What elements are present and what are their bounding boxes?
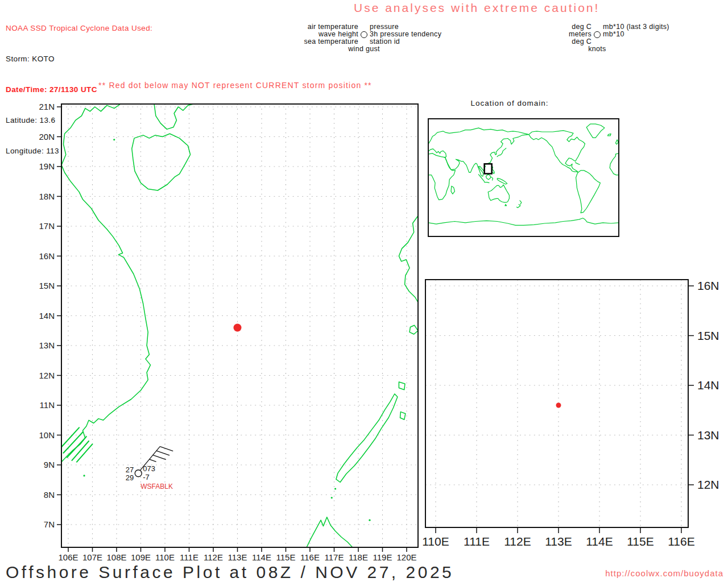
y-tick-label: 19N xyxy=(39,161,55,171)
world-coastline-path xyxy=(486,174,490,180)
y-tick-label: 16N xyxy=(697,279,719,292)
world-coastline-path xyxy=(428,153,456,200)
storm-position-dot xyxy=(234,324,242,332)
station-pressure: 073 xyxy=(143,464,155,473)
x-tick-label: 119E xyxy=(373,552,392,562)
world-coastline-path xyxy=(529,131,585,173)
x-tick-label: 106E xyxy=(58,552,78,562)
x-tick-label: 107E xyxy=(82,552,102,562)
x-tick-label: 112E xyxy=(204,552,223,562)
y-tick-label: 9N xyxy=(44,460,55,469)
islet-dot xyxy=(83,475,85,476)
islet-dot xyxy=(369,519,370,521)
world-coastline-path xyxy=(451,186,455,194)
x-tick-label: 110E xyxy=(155,552,175,562)
islet-dot xyxy=(331,497,333,498)
station-circle-icon xyxy=(135,470,142,477)
station-sea-temp: 29 xyxy=(126,473,134,482)
coastline-path xyxy=(154,103,196,130)
x-tick-label: 112E xyxy=(504,535,531,548)
world-coastline-path xyxy=(608,134,611,136)
inset-border xyxy=(428,119,619,236)
x-tick-label: 116E xyxy=(300,552,320,562)
y-tick-label: 21N xyxy=(39,102,55,111)
y-tick-label: 15N xyxy=(39,281,55,290)
x-tick-label: 114E xyxy=(252,552,271,562)
islet-dot xyxy=(334,488,336,489)
coastline-path xyxy=(399,216,418,302)
station-plot: 2729073-7WSFABLK xyxy=(126,447,173,490)
station-air-temp: 27 xyxy=(126,465,134,474)
x-tick-label: 115E xyxy=(627,535,654,548)
world-coastline-path xyxy=(485,182,489,183)
y-tick-label: 10N xyxy=(39,430,55,440)
islet-dot xyxy=(113,139,115,140)
x-tick-label: 113E xyxy=(228,552,247,562)
world-inset-map xyxy=(428,119,619,236)
y-tick-label: 12N xyxy=(697,478,719,491)
x-tick-label: 114E xyxy=(586,535,613,548)
y-tick-label: 13N xyxy=(39,340,55,350)
main-map: 106E107E108E109E110E111E112E113E114E115E… xyxy=(39,102,418,562)
world-coastline-path xyxy=(576,163,580,164)
world-coastline-path xyxy=(576,171,601,213)
x-tick-label: 118E xyxy=(349,552,368,562)
x-tick-label: 108E xyxy=(106,552,126,562)
y-tick-label: 17N xyxy=(39,221,55,231)
world-coastline-path xyxy=(586,124,605,138)
y-tick-label: 13N xyxy=(697,429,719,442)
y-tick-label: 7N xyxy=(44,519,55,529)
storm-position-dot xyxy=(556,403,561,408)
y-tick-label: 20N xyxy=(39,132,55,142)
y-tick-label: 12N xyxy=(39,371,55,380)
y-tick-label: 16N xyxy=(39,251,55,261)
y-tick-label: 14N xyxy=(39,311,55,321)
x-tick-label: 117E xyxy=(325,552,344,562)
mekong-river-stripe xyxy=(61,427,79,447)
world-coastline-path xyxy=(516,205,520,208)
x-tick-label: 120E xyxy=(396,552,416,562)
island-path xyxy=(400,412,406,420)
y-tick-label: 15N xyxy=(697,329,719,342)
y-tick-label: 8N xyxy=(44,490,55,500)
world-coastline-path xyxy=(488,185,509,202)
coastline-path xyxy=(307,517,353,548)
world-coastline-path xyxy=(610,153,619,175)
x-tick-label: 115E xyxy=(276,552,296,562)
station-tendency: -7 xyxy=(143,473,150,481)
x-tick-label: 116E xyxy=(668,535,695,548)
world-coastlines xyxy=(428,124,619,225)
station-id: WSFABLK xyxy=(140,483,173,490)
world-coastline-path xyxy=(428,218,619,226)
zoom-map: 110E111E112E113E114E115E116E12N13N14N15N… xyxy=(422,279,719,548)
world-coastline-path xyxy=(491,177,493,180)
maps-canvas: 106E107E108E109E110E111E112E113E114E115E… xyxy=(0,0,728,582)
x-tick-label: 111E xyxy=(464,535,490,548)
x-tick-label: 113E xyxy=(545,535,572,548)
world-coastline-path xyxy=(615,140,618,144)
world-coastline-path xyxy=(520,201,522,205)
island-path xyxy=(336,394,398,483)
world-coastline-path xyxy=(428,128,529,176)
world-coastline-path xyxy=(505,205,507,206)
y-tick-label: 11N xyxy=(40,400,55,410)
y-tick-label: 14N xyxy=(697,379,719,392)
y-tick-label: 18N xyxy=(39,192,55,201)
world-coastline-path xyxy=(497,178,507,184)
coastline-path xyxy=(61,103,150,462)
x-tick-label: 111E xyxy=(180,552,198,562)
domain-rectangle xyxy=(485,164,492,173)
x-tick-label: 110E xyxy=(422,535,449,548)
island-path xyxy=(399,382,405,390)
x-tick-label: 109E xyxy=(131,552,151,562)
island-path xyxy=(410,325,418,334)
